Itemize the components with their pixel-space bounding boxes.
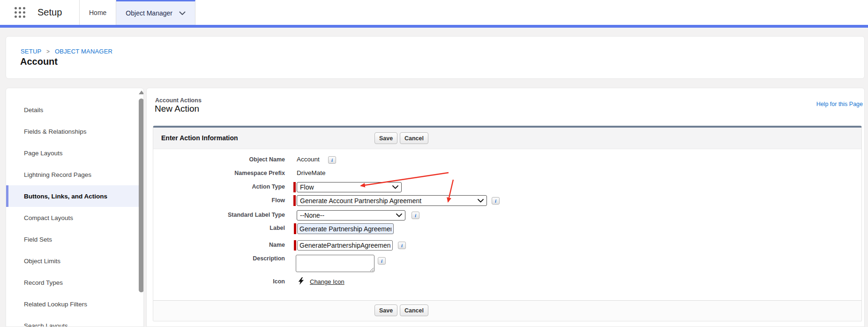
- app-launcher-icon[interactable]: [15, 7, 27, 19]
- object-header-card: SETUP > OBJECT MANAGER Account: [6, 36, 865, 79]
- change-icon-link[interactable]: Change Icon: [310, 278, 344, 285]
- label-field-label: Label: [153, 225, 285, 231]
- flow-label: Flow: [153, 197, 285, 204]
- standard-label-type-label: Standard Label Type: [153, 212, 285, 218]
- sidebar-item-object-limits[interactable]: Object Limits: [6, 250, 143, 272]
- tab-object-manager[interactable]: Object Manager: [116, 0, 195, 25]
- description-textarea[interactable]: [296, 255, 374, 272]
- standard-label-type-info-icon[interactable]: i: [412, 212, 419, 219]
- enter-action-information-panel: Enter Action Information Save Cancel Obj…: [153, 126, 862, 321]
- sidebar-item-record-types[interactable]: Record Types: [6, 272, 143, 293]
- sidebar-item-buttons-links-actions[interactable]: Buttons, Links, and Actions: [6, 185, 143, 207]
- help-for-this-page-link[interactable]: Help for this Page: [816, 101, 863, 107]
- object-title: Account: [20, 56, 58, 67]
- breadcrumb: SETUP > OBJECT MANAGER: [21, 48, 112, 55]
- chevron-down-icon: [179, 9, 186, 17]
- sidebar-item-details[interactable]: Details: [6, 99, 143, 121]
- required-bar: [294, 223, 296, 234]
- brand-underline: [0, 25, 868, 28]
- main-content-card: Account Actions New Action Help for this…: [146, 88, 865, 327]
- sidebar-item-fields-relationships[interactable]: Fields & Relationships: [6, 121, 143, 142]
- panel-header-title: Enter Action Information: [161, 134, 238, 142]
- tab-home[interactable]: Home: [79, 0, 116, 25]
- chevron-down-icon: [392, 185, 398, 189]
- scroll-up-arrow-icon[interactable]: [139, 91, 144, 94]
- flow-info-icon[interactable]: i: [492, 197, 500, 205]
- page-title: New Action: [155, 104, 199, 114]
- icon-field-label: Icon: [153, 278, 285, 285]
- save-button[interactable]: Save: [374, 132, 397, 144]
- object-name-info-icon[interactable]: i: [328, 156, 336, 164]
- name-field-label: Name: [153, 242, 285, 248]
- sidebar-scrollbar[interactable]: [139, 89, 144, 327]
- setup-page: Setup Home Object Manager SETUP > OBJECT…: [0, 0, 868, 327]
- cancel-button-bottom[interactable]: Cancel: [400, 304, 428, 316]
- sidebar-item-lightning-record-pages[interactable]: Lightning Record Pages: [6, 164, 143, 185]
- required-bar: [294, 240, 296, 251]
- lightning-bolt-icon: [298, 277, 305, 285]
- sidebar-item-compact-layouts[interactable]: Compact Layouts: [6, 207, 143, 228]
- description-info-icon[interactable]: i: [378, 257, 386, 265]
- standard-label-type-select[interactable]: --None--: [297, 210, 405, 221]
- breadcrumb-object-manager-link[interactable]: OBJECT MANAGER: [55, 48, 112, 55]
- flow-select[interactable]: Generate Account Partnership Agreement: [297, 195, 487, 206]
- required-bar: [293, 195, 296, 206]
- object-name-label: Object Name: [153, 156, 285, 163]
- namespace-prefix-label: Namespace Prefix: [153, 170, 285, 176]
- chevron-down-icon: [478, 199, 484, 203]
- name-info-icon[interactable]: i: [398, 242, 406, 249]
- object-manager-sidebar: Details Fields & Relationships Page Layo…: [6, 88, 144, 327]
- namespace-prefix-value: DriveMate: [297, 169, 326, 176]
- name-input[interactable]: [297, 240, 393, 251]
- chevron-down-icon: [396, 213, 402, 217]
- action-type-select[interactable]: Flow: [297, 182, 402, 192]
- section-label: Account Actions: [155, 97, 202, 104]
- setup-tabs: Home Object Manager: [79, 0, 195, 25]
- breadcrumb-setup-link[interactable]: SETUP: [21, 48, 41, 55]
- sidebar-item-search-layouts[interactable]: Search Layouts: [6, 315, 143, 327]
- save-button-bottom[interactable]: Save: [374, 304, 397, 316]
- sidebar-item-page-layouts[interactable]: Page Layouts: [6, 142, 143, 164]
- sidebar-nav-list: Details Fields & Relationships Page Layo…: [6, 99, 143, 327]
- label-input[interactable]: [297, 223, 394, 234]
- description-label: Description: [153, 255, 285, 262]
- panel-header: [153, 128, 861, 149]
- required-bar: [293, 182, 296, 192]
- scrollbar-thumb[interactable]: [139, 99, 144, 292]
- top-navigation-bar: Setup Home Object Manager: [0, 0, 868, 28]
- cancel-button[interactable]: Cancel: [400, 132, 428, 144]
- breadcrumb-separator: >: [46, 48, 50, 55]
- object-name-value: Account: [297, 156, 320, 163]
- action-type-label: Action Type: [153, 183, 285, 190]
- sidebar-item-related-lookup-filters[interactable]: Related Lookup Filters: [6, 293, 143, 315]
- panel-footer: [153, 300, 861, 321]
- sidebar-item-field-sets[interactable]: Field Sets: [6, 228, 143, 250]
- setup-app-title: Setup: [37, 0, 62, 25]
